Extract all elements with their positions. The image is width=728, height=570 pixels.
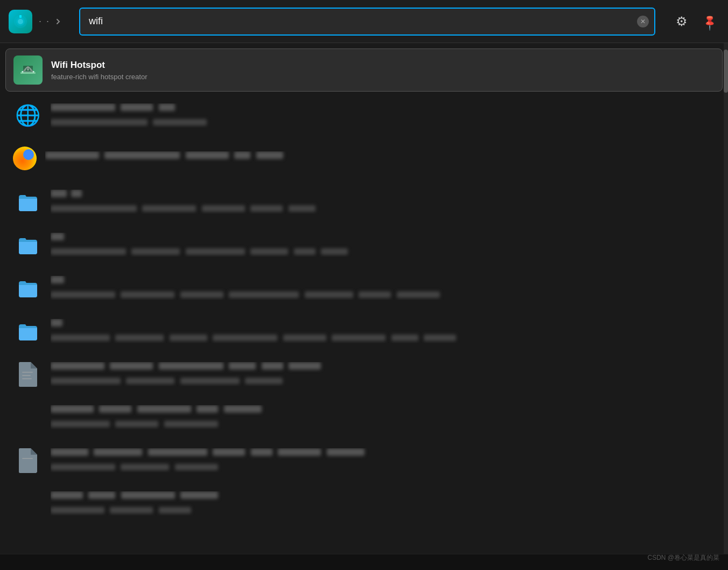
svg-rect-7 [23, 66, 33, 72]
result-11-title-blur3 [121, 491, 175, 499]
result-7-sub-blur [51, 335, 110, 341]
result-2-text [51, 103, 715, 128]
pin-icon: 📌 [700, 12, 719, 31]
result-8-title-blur4 [229, 362, 256, 370]
result-7-sub-blur5 [283, 335, 326, 341]
wifi-hotspot-text: Wifi Hotspot feature-rich wifi hotspot c… [51, 60, 715, 81]
result-item-7[interactable] [5, 309, 723, 352]
watermark: CSDN @卷心菜是真的菜 [647, 553, 719, 562]
result-8-sub-blur [51, 378, 121, 384]
result-9-sub-blur1 [51, 421, 110, 427]
result-7-text [51, 319, 715, 343]
result-6-sub-blur2 [121, 291, 174, 298]
result-item-4[interactable] [5, 180, 723, 223]
folder-svg-4 [16, 190, 39, 213]
result-5-text [51, 233, 715, 257]
file-svg-8 [17, 361, 38, 387]
result-item-6[interactable] [5, 266, 723, 309]
result-9-title-blur5 [224, 405, 262, 413]
result-3-title-blur5 [256, 151, 283, 159]
file-icon-8 [13, 359, 42, 388]
result-8-sub-blur3 [180, 378, 240, 384]
search-container: ✕ [79, 8, 655, 36]
result-6-title-blur [51, 276, 64, 283]
result-3-text [45, 151, 715, 166]
scrollbar-track [724, 43, 728, 554]
result-5-sub-blur3 [186, 248, 245, 255]
taskbar: · · ✕ ⚙ 📌 [0, 0, 728, 43]
result-7-sub-blur8 [424, 335, 456, 341]
folder-icon-6 [13, 273, 42, 302]
result-11-title-blur2 [88, 491, 115, 499]
result-10-title-blur2 [94, 448, 142, 456]
result-4-title-blur [51, 190, 67, 197]
result-item-9[interactable] [5, 395, 723, 439]
result-10-title-blur3 [148, 448, 207, 456]
scrollbar-thumb[interactable] [724, 50, 728, 93]
taskbar-breadcrumb: · · [39, 16, 62, 27]
search-clear-button[interactable]: ✕ [637, 16, 649, 27]
result-6-sub-blur7 [397, 291, 440, 298]
result-10-sub-blur3 [175, 464, 218, 470]
result-item-wifi-hotspot[interactable]: Wifi Hotspot feature-rich wifi hotspot c… [5, 48, 723, 92]
result-9-sub-blur2 [115, 421, 158, 427]
result-item-2[interactable]: 🌐 [5, 94, 723, 137]
result-2-sub-blur [51, 119, 148, 126]
result-item-8[interactable] [5, 352, 723, 395]
result-10-sub-blur1 [51, 464, 115, 470]
chevron-icon [54, 18, 62, 25]
svg-rect-8 [22, 372, 33, 373]
result-9-title-blur3 [137, 405, 191, 413]
result-9-title-blur2 [99, 405, 131, 413]
result-7-sub-blur6 [332, 335, 386, 341]
result-8-sub-blur2 [126, 378, 174, 384]
taskbar-actions: ⚙ 📌 [673, 11, 719, 32]
result-3-title-blur3 [186, 151, 229, 159]
result-3-title-blur2 [104, 151, 180, 159]
result-6-sub-blur3 [180, 291, 223, 298]
svg-rect-11 [22, 458, 33, 459]
wifi-hotspot-subtitle: feature-rich wifi hotspot creator [51, 73, 715, 81]
result-10-title-blur5 [251, 448, 272, 456]
result-7-sub-blur3 [170, 335, 207, 341]
result-9-sub-blur3 [164, 421, 218, 427]
wifi-svg [18, 60, 38, 80]
result-item-10[interactable] [5, 439, 723, 482]
result-8-title-blur1 [51, 362, 104, 370]
result-item-11[interactable] [5, 482, 723, 525]
svg-rect-3 [19, 15, 22, 18]
file-svg-10 [17, 447, 38, 473]
result-4-text [51, 190, 715, 214]
result-8-sub-blur4 [245, 378, 283, 384]
result-6-text [51, 276, 715, 300]
results-container[interactable]: Wifi Hotspot feature-rich wifi hotspot c… [0, 43, 728, 554]
clear-icon: ✕ [640, 18, 646, 25]
svg-rect-9 [22, 375, 31, 376]
result-10-text [51, 448, 715, 472]
result-5-sub-blur5 [294, 248, 316, 255]
result-4-title-blur2 [71, 190, 82, 197]
file-icon-10 [13, 446, 42, 475]
bottom-bar [0, 554, 728, 570]
result-10-sub-blur2 [121, 464, 169, 470]
svg-rect-10 [22, 378, 32, 379]
logo-icon [13, 14, 28, 29]
result-2-sub-blur2 [153, 119, 207, 126]
result-11-title-blur4 [180, 491, 218, 499]
settings-button[interactable]: ⚙ [673, 11, 691, 32]
result-8-title-blur2 [110, 362, 153, 370]
search-input[interactable] [79, 8, 655, 36]
result-9-title-blur1 [51, 405, 94, 413]
folder-svg-5 [16, 233, 39, 256]
folder-icon-4 [13, 187, 42, 216]
result-10-title-blur6 [278, 448, 321, 456]
result-11-sub-blur3 [159, 507, 191, 513]
result-2-title-blur2 [121, 103, 153, 111]
result-item-3[interactable] [5, 137, 723, 180]
result-item-5[interactable] [5, 223, 723, 266]
result-3-title-blur4 [234, 151, 250, 159]
firefox-icon [13, 147, 37, 170]
result-7-title-blur [51, 319, 62, 326]
wifi-hotspot-icon [13, 55, 43, 85]
pin-button[interactable]: 📌 [699, 11, 719, 32]
